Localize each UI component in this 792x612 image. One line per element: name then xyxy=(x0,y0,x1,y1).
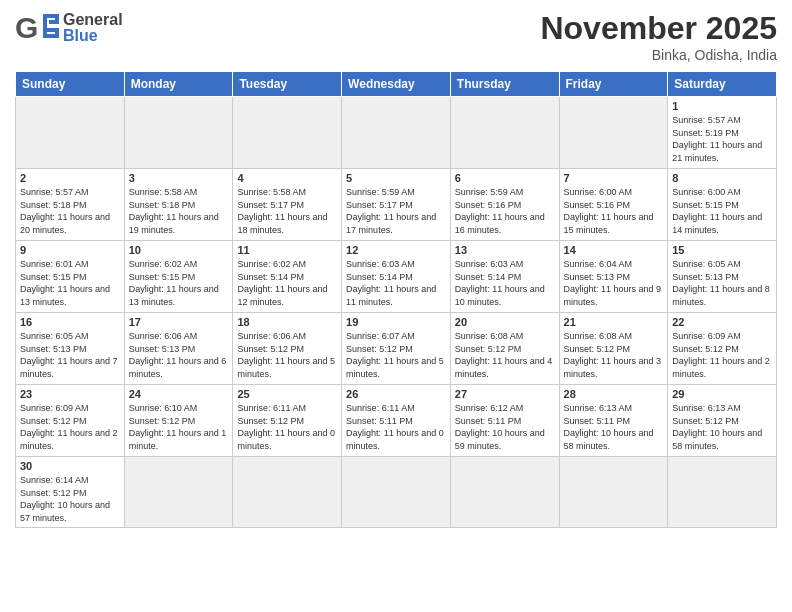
day-number: 6 xyxy=(455,172,555,184)
month-title: November 2025 xyxy=(540,10,777,47)
day-number: 9 xyxy=(20,244,120,256)
day-info: Sunrise: 6:10 AMSunset: 5:12 PMDaylight:… xyxy=(129,402,229,452)
day-info: Sunrise: 6:05 AMSunset: 5:13 PMDaylight:… xyxy=(672,258,772,308)
weekday-header-friday: Friday xyxy=(559,72,668,97)
day-info: Sunrise: 6:11 AMSunset: 5:11 PMDaylight:… xyxy=(346,402,446,452)
day-number: 8 xyxy=(672,172,772,184)
week-row: 30Sunrise: 6:14 AMSunset: 5:12 PMDayligh… xyxy=(16,457,777,528)
svg-rect-3 xyxy=(43,14,47,38)
logo: G General Blue xyxy=(15,10,123,46)
day-number: 2 xyxy=(20,172,120,184)
day-number: 22 xyxy=(672,316,772,328)
calendar-cell xyxy=(16,97,125,169)
calendar-cell xyxy=(668,457,777,528)
day-number: 10 xyxy=(129,244,229,256)
week-row: 16Sunrise: 6:05 AMSunset: 5:13 PMDayligh… xyxy=(16,313,777,385)
day-info: Sunrise: 6:06 AMSunset: 5:13 PMDaylight:… xyxy=(129,330,229,380)
week-row: 9Sunrise: 6:01 AMSunset: 5:15 PMDaylight… xyxy=(16,241,777,313)
day-info: Sunrise: 6:03 AMSunset: 5:14 PMDaylight:… xyxy=(346,258,446,308)
day-number: 21 xyxy=(564,316,664,328)
day-info: Sunrise: 6:11 AMSunset: 5:12 PMDaylight:… xyxy=(237,402,337,452)
calendar-cell: 23Sunrise: 6:09 AMSunset: 5:12 PMDayligh… xyxy=(16,385,125,457)
day-number: 3 xyxy=(129,172,229,184)
calendar-cell: 16Sunrise: 6:05 AMSunset: 5:13 PMDayligh… xyxy=(16,313,125,385)
day-info: Sunrise: 6:13 AMSunset: 5:12 PMDaylight:… xyxy=(672,402,772,452)
day-number: 19 xyxy=(346,316,446,328)
day-info: Sunrise: 6:14 AMSunset: 5:12 PMDaylight:… xyxy=(20,474,120,524)
calendar-cell xyxy=(450,457,559,528)
calendar-cell: 9Sunrise: 6:01 AMSunset: 5:15 PMDaylight… xyxy=(16,241,125,313)
calendar-cell xyxy=(233,457,342,528)
calendar-cell: 11Sunrise: 6:02 AMSunset: 5:14 PMDayligh… xyxy=(233,241,342,313)
week-row: 2Sunrise: 5:57 AMSunset: 5:18 PMDaylight… xyxy=(16,169,777,241)
day-number: 7 xyxy=(564,172,664,184)
calendar-cell: 18Sunrise: 6:06 AMSunset: 5:12 PMDayligh… xyxy=(233,313,342,385)
day-number: 14 xyxy=(564,244,664,256)
calendar-cell xyxy=(342,97,451,169)
calendar-cell: 20Sunrise: 6:08 AMSunset: 5:12 PMDayligh… xyxy=(450,313,559,385)
day-info: Sunrise: 6:01 AMSunset: 5:15 PMDaylight:… xyxy=(20,258,120,308)
day-number: 17 xyxy=(129,316,229,328)
calendar-cell: 10Sunrise: 6:02 AMSunset: 5:15 PMDayligh… xyxy=(124,241,233,313)
day-info: Sunrise: 6:02 AMSunset: 5:15 PMDaylight:… xyxy=(129,258,229,308)
calendar-cell xyxy=(124,97,233,169)
calendar: SundayMondayTuesdayWednesdayThursdayFrid… xyxy=(15,71,777,528)
day-number: 26 xyxy=(346,388,446,400)
day-info: Sunrise: 6:12 AMSunset: 5:11 PMDaylight:… xyxy=(455,402,555,452)
calendar-cell: 27Sunrise: 6:12 AMSunset: 5:11 PMDayligh… xyxy=(450,385,559,457)
day-info: Sunrise: 6:13 AMSunset: 5:11 PMDaylight:… xyxy=(564,402,664,452)
calendar-cell: 1Sunrise: 5:57 AMSunset: 5:19 PMDaylight… xyxy=(668,97,777,169)
day-number: 18 xyxy=(237,316,337,328)
day-info: Sunrise: 5:58 AMSunset: 5:18 PMDaylight:… xyxy=(129,186,229,236)
day-info: Sunrise: 6:09 AMSunset: 5:12 PMDaylight:… xyxy=(20,402,120,452)
day-info: Sunrise: 6:08 AMSunset: 5:12 PMDaylight:… xyxy=(564,330,664,380)
day-info: Sunrise: 6:08 AMSunset: 5:12 PMDaylight:… xyxy=(455,330,555,380)
day-info: Sunrise: 6:06 AMSunset: 5:12 PMDaylight:… xyxy=(237,330,337,380)
calendar-cell: 14Sunrise: 6:04 AMSunset: 5:13 PMDayligh… xyxy=(559,241,668,313)
calendar-cell xyxy=(559,457,668,528)
calendar-cell: 3Sunrise: 5:58 AMSunset: 5:18 PMDaylight… xyxy=(124,169,233,241)
calendar-cell xyxy=(233,97,342,169)
day-info: Sunrise: 6:04 AMSunset: 5:13 PMDaylight:… xyxy=(564,258,664,308)
calendar-cell: 22Sunrise: 6:09 AMSunset: 5:12 PMDayligh… xyxy=(668,313,777,385)
weekday-header-saturday: Saturday xyxy=(668,72,777,97)
day-info: Sunrise: 6:05 AMSunset: 5:13 PMDaylight:… xyxy=(20,330,120,380)
day-info: Sunrise: 5:57 AMSunset: 5:18 PMDaylight:… xyxy=(20,186,120,236)
logo-blue: Blue xyxy=(63,28,123,44)
day-number: 28 xyxy=(564,388,664,400)
logo-general: General xyxy=(63,12,123,28)
page: G General Blue November 2025 Binka, Odis… xyxy=(0,0,792,612)
svg-text:G: G xyxy=(15,11,38,44)
week-row: 1Sunrise: 5:57 AMSunset: 5:19 PMDaylight… xyxy=(16,97,777,169)
calendar-cell: 29Sunrise: 6:13 AMSunset: 5:12 PMDayligh… xyxy=(668,385,777,457)
calendar-cell xyxy=(342,457,451,528)
calendar-cell xyxy=(124,457,233,528)
calendar-cell: 15Sunrise: 6:05 AMSunset: 5:13 PMDayligh… xyxy=(668,241,777,313)
day-info: Sunrise: 6:00 AMSunset: 5:16 PMDaylight:… xyxy=(564,186,664,236)
day-number: 20 xyxy=(455,316,555,328)
day-info: Sunrise: 5:57 AMSunset: 5:19 PMDaylight:… xyxy=(672,114,772,164)
weekday-header-monday: Monday xyxy=(124,72,233,97)
calendar-cell: 5Sunrise: 5:59 AMSunset: 5:17 PMDaylight… xyxy=(342,169,451,241)
calendar-cell: 17Sunrise: 6:06 AMSunset: 5:13 PMDayligh… xyxy=(124,313,233,385)
calendar-cell: 4Sunrise: 5:58 AMSunset: 5:17 PMDaylight… xyxy=(233,169,342,241)
week-row: 23Sunrise: 6:09 AMSunset: 5:12 PMDayligh… xyxy=(16,385,777,457)
calendar-cell: 24Sunrise: 6:10 AMSunset: 5:12 PMDayligh… xyxy=(124,385,233,457)
calendar-cell: 28Sunrise: 6:13 AMSunset: 5:11 PMDayligh… xyxy=(559,385,668,457)
day-number: 29 xyxy=(672,388,772,400)
day-info: Sunrise: 6:09 AMSunset: 5:12 PMDaylight:… xyxy=(672,330,772,380)
calendar-cell: 6Sunrise: 5:59 AMSunset: 5:16 PMDaylight… xyxy=(450,169,559,241)
logo-icon: G xyxy=(15,10,59,46)
weekday-header-wednesday: Wednesday xyxy=(342,72,451,97)
calendar-cell: 19Sunrise: 6:07 AMSunset: 5:12 PMDayligh… xyxy=(342,313,451,385)
day-info: Sunrise: 6:02 AMSunset: 5:14 PMDaylight:… xyxy=(237,258,337,308)
calendar-cell: 13Sunrise: 6:03 AMSunset: 5:14 PMDayligh… xyxy=(450,241,559,313)
location: Binka, Odisha, India xyxy=(540,47,777,63)
weekday-header-row: SundayMondayTuesdayWednesdayThursdayFrid… xyxy=(16,72,777,97)
calendar-cell xyxy=(559,97,668,169)
calendar-cell xyxy=(450,97,559,169)
weekday-header-sunday: Sunday xyxy=(16,72,125,97)
day-number: 1 xyxy=(672,100,772,112)
day-number: 27 xyxy=(455,388,555,400)
day-number: 30 xyxy=(20,460,120,472)
